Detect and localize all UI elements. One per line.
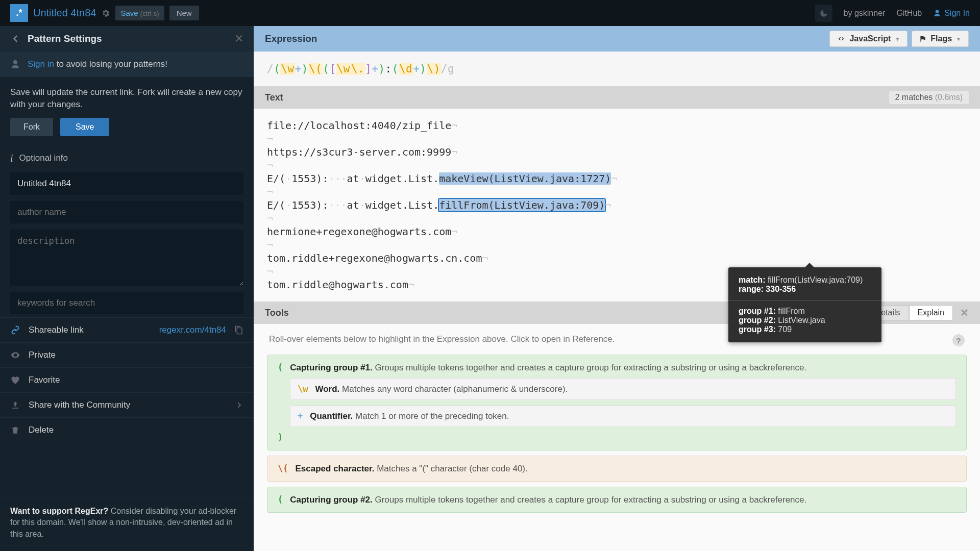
signin-inline-link[interactable]: Sign in — [28, 59, 54, 69]
github-link[interactable]: GitHub — [896, 9, 922, 18]
theme-toggle[interactable] — [815, 5, 832, 22]
flag-icon — [919, 35, 926, 42]
signin-link[interactable]: Sign In — [933, 9, 970, 18]
flags-select[interactable]: Flags▼ — [912, 31, 969, 47]
save-hint: Save will update the current link. Fork … — [0, 77, 254, 118]
signin-warning: Sign in to avoid losing your patterns! — [0, 52, 254, 77]
topbar-right: by gskinner GitHub Sign In — [815, 5, 970, 22]
heart-icon — [10, 375, 20, 385]
user-icon — [10, 59, 20, 69]
gear-icon[interactable] — [101, 9, 110, 18]
text-label: Text — [265, 92, 283, 103]
by-label: by gskinner — [844, 9, 886, 18]
author-link[interactable]: gskinner — [854, 9, 885, 17]
tools-label: Tools — [265, 308, 289, 318]
fork-button[interactable]: Fork — [10, 118, 53, 136]
expression-header: Expression JavaScript▼ Flags▼ — [254, 26, 980, 52]
explain-group1[interactable]: (Capturing group #1. Groups multiple tok… — [267, 355, 967, 450]
trash-icon — [10, 425, 20, 435]
match-tooltip: match: fillFrom(ListView.java:709) range… — [728, 267, 881, 342]
info-icon: i — [10, 153, 13, 164]
tab-explain[interactable]: Explain — [909, 305, 953, 320]
doc-title[interactable]: Untitled 4tn84 — [33, 7, 96, 19]
topbar: .* Untitled 4tn84 Save (ctrl-s) New by g… — [0, 0, 980, 26]
share-url[interactable]: regexr.com/4tn84 — [159, 325, 226, 335]
ad-block: Want to support RegExr? Consider disabli… — [0, 497, 254, 551]
save-button[interactable]: Save (ctrl-s) — [115, 6, 164, 20]
keywords-input[interactable] — [10, 292, 243, 314]
text-header: Text 2 matches (0.6ms) — [254, 86, 980, 109]
share-icon — [10, 400, 20, 410]
sidebar-header: Pattern Settings ✕ — [0, 26, 254, 52]
share-label: Shareable link — [29, 325, 84, 335]
sidebar-row-share: Shareable link regexr.com/4tn84 — [0, 317, 254, 342]
tools-body: Roll-over elements below to highlight in… — [254, 324, 980, 551]
topbar-left: .* Untitled 4tn84 Save (ctrl-s) New — [10, 4, 199, 22]
explain-word[interactable]: \wWord. Matches any word character (alph… — [290, 378, 956, 400]
explain-plus[interactable]: +Quantifier. Match 1 or more of the prec… — [290, 405, 956, 427]
description-input[interactable] — [10, 230, 243, 286]
sidebar-row-community[interactable]: Share with the Community — [0, 392, 254, 417]
title-input[interactable] — [10, 172, 243, 195]
code-icon — [837, 35, 845, 43]
content: Expression JavaScript▼ Flags▼ /(\w+)\(([… — [254, 26, 980, 551]
sidebar-title: Pattern Settings — [28, 33, 102, 44]
link-icon — [10, 325, 20, 335]
logo[interactable]: .* — [10, 4, 28, 22]
help-icon[interactable]: ? — [952, 334, 965, 346]
optional-info-header: i Optional info — [0, 147, 254, 169]
back-icon[interactable] — [10, 34, 20, 44]
chevron-right-icon — [235, 401, 243, 409]
author-input[interactable] — [10, 201, 243, 223]
tools-hint: Roll-over elements below to highlight in… — [269, 334, 615, 346]
expression-input[interactable]: /(\w+)\(([\w\.]+):(\d+)\)/g — [254, 52, 980, 86]
sidebar-row-delete[interactable]: Delete — [0, 417, 254, 442]
expression-label: Expression — [265, 33, 317, 44]
explain-escaped[interactable]: \(Escaped character. Matches a "(" chara… — [267, 456, 967, 482]
sidebar-row-private[interactable]: Private — [0, 342, 254, 367]
user-icon — [933, 9, 941, 17]
eye-icon — [10, 350, 20, 360]
close-icon[interactable]: ✕ — [234, 32, 243, 45]
save-button-sidebar[interactable]: Save — [60, 118, 109, 136]
sidebar-row-favorite[interactable]: Favorite — [0, 367, 254, 392]
match-count: 2 matches (0.6ms) — [889, 91, 969, 104]
sidebar: Pattern Settings ✕ Sign in to avoid losi… — [0, 26, 254, 551]
language-select[interactable]: JavaScript▼ — [829, 31, 908, 47]
copy-icon[interactable] — [234, 325, 243, 335]
explain-group2[interactable]: (Capturing group #2. Groups multiple tok… — [267, 487, 967, 513]
new-button[interactable]: New — [169, 6, 199, 20]
close-icon[interactable]: ✕ — [960, 307, 969, 319]
